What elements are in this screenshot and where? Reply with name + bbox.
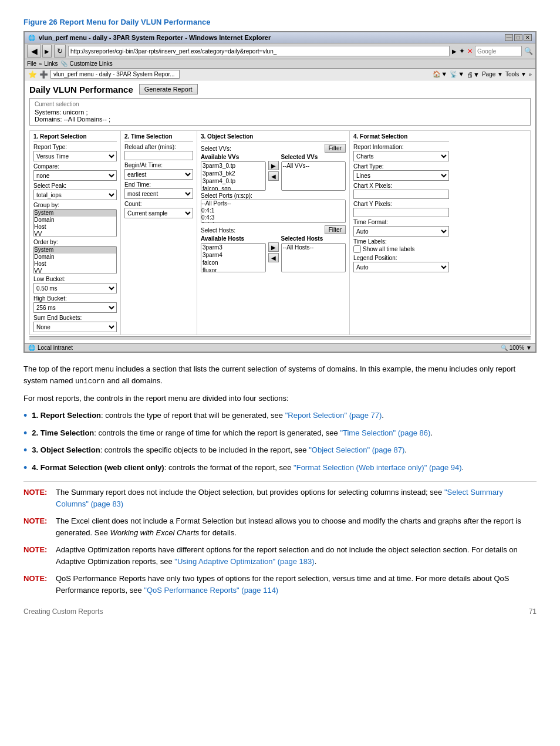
list-item-time-selection-text: 2. Time Selection: controls the time or … bbox=[32, 427, 433, 439]
note-row-4: NOTE: QoS Performance Reports have only … bbox=[23, 573, 537, 596]
high-bucket-select[interactable]: 256 ms bbox=[33, 302, 117, 313]
list-item-object-selection-text: 3. Object Selection: controls the specif… bbox=[32, 444, 407, 456]
selected-vvs-listbox[interactable]: --All VVs-- bbox=[281, 161, 346, 191]
reload-after-input[interactable] bbox=[124, 151, 193, 160]
low-bucket-label: Low Bucket: bbox=[33, 276, 117, 282]
transfer-vvs-right-button[interactable]: ▶ bbox=[268, 161, 279, 170]
select-summary-columns-link[interactable]: "Select Summary Columns" (page 83) bbox=[56, 488, 503, 508]
generate-report-button[interactable]: Generate Report bbox=[139, 84, 198, 94]
report-selection-title: 1. Report Selection bbox=[33, 133, 117, 141]
refresh-button[interactable]: ↻ bbox=[54, 45, 66, 58]
format-selection-link[interactable]: "Format Selection (Web interface only)" … bbox=[294, 463, 461, 472]
current-selection-label: Current selection bbox=[35, 101, 525, 107]
note-text-3: Adaptive Optimization reports have diffe… bbox=[56, 544, 537, 567]
note-label-3: NOTE: bbox=[23, 544, 50, 556]
sum-end-buckets-select[interactable]: None bbox=[33, 322, 117, 332]
filter-hosts-button[interactable]: Filter bbox=[325, 225, 346, 234]
feeds-icon[interactable]: 📡▼ bbox=[450, 70, 464, 78]
customize-links[interactable]: Customize Links bbox=[70, 60, 113, 67]
add-favorites-toolbar-icon[interactable]: ➕ bbox=[39, 70, 48, 79]
list-item-format-selection-text: 4. Format Selection (web client only): c… bbox=[32, 462, 464, 474]
available-hosts-listbox[interactable]: 3parm3 3parm4 falcon fluxor bbox=[201, 243, 266, 272]
note-label-4: NOTE: bbox=[23, 573, 50, 585]
hosts-transfer: Available Hosts 3parm3 3parm4 falcon flu… bbox=[201, 235, 346, 272]
time-selection-link[interactable]: "Time Selection" (page 86) bbox=[340, 428, 430, 437]
chart-type-select[interactable]: Lines bbox=[353, 170, 449, 181]
list-item-time-selection: • 2. Time Selection: controls the time o… bbox=[23, 427, 537, 440]
note-block-4: NOTE: QoS Performance Reports have only … bbox=[23, 573, 537, 596]
count-select[interactable]: Current sample bbox=[124, 208, 193, 218]
unicorn-mono: unicorn bbox=[75, 377, 104, 386]
domains-label: Domains: bbox=[35, 116, 62, 123]
address-input[interactable] bbox=[68, 46, 450, 56]
end-time-select[interactable]: most recent bbox=[124, 188, 193, 199]
note-text-4: QoS Performance Reports have only two ty… bbox=[56, 573, 537, 596]
go-button[interactable]: ▶ bbox=[452, 48, 457, 55]
available-vvs-listbox[interactable]: 3parm3_0.tp 3parm3_bk2 3parm4_0.tp falco… bbox=[201, 161, 266, 191]
select-ports-label: Select Ports (n:s:p): bbox=[201, 193, 346, 199]
statusbar-left: 🌐 Local intranet bbox=[28, 345, 73, 351]
search-icon[interactable]: 🔍 bbox=[524, 47, 533, 55]
chart-x-pixels-label: Chart X Pixels: bbox=[353, 183, 449, 189]
body-paragraph-1: The top of the report menu includes a se… bbox=[23, 363, 537, 387]
add-favorites-icon[interactable]: ✦ bbox=[459, 47, 465, 55]
note-block-3: NOTE: Adaptive Optimization reports have… bbox=[23, 544, 537, 567]
end-time-label: End Time: bbox=[124, 181, 193, 188]
vvs-transfer: Available VVs 3parm3_0.tp 3parm3_bk2 3pa… bbox=[201, 154, 346, 191]
select-vvs-label: Select VVs: bbox=[201, 146, 231, 152]
chart-x-pixels-input[interactable] bbox=[353, 190, 449, 199]
selected-vvs-label: Selected VVs bbox=[281, 154, 346, 160]
favorites-icon[interactable]: ⭐ bbox=[28, 70, 37, 79]
transfer-hosts-right-button[interactable]: ▶ bbox=[268, 242, 279, 252]
report-info-select[interactable]: Charts bbox=[353, 151, 449, 161]
back-button[interactable]: ◀ bbox=[27, 45, 41, 58]
low-bucket-select[interactable]: 0.50 ms bbox=[33, 283, 117, 293]
home-icon[interactable]: 🏠▼ bbox=[433, 70, 447, 78]
stop-button[interactable]: ✕ bbox=[467, 48, 473, 55]
adaptive-optimization-link[interactable]: "Using Adaptive Optimization" (page 183) bbox=[174, 557, 314, 566]
time-format-select[interactable]: Auto bbox=[353, 226, 449, 237]
transfer-vvs-left-button[interactable]: ◀ bbox=[268, 171, 279, 181]
high-bucket-label: High Bucket: bbox=[33, 295, 117, 302]
object-selection-link[interactable]: "Object Selection" (page 87) bbox=[309, 445, 404, 454]
compare-select[interactable]: none bbox=[33, 170, 117, 181]
report-type-select[interactable]: Versus Time bbox=[33, 151, 117, 161]
begin-at-time-select[interactable]: earliest bbox=[124, 169, 193, 180]
forward-button[interactable]: ▶ bbox=[42, 45, 52, 58]
order-by-listbox[interactable]: System Domain Host VV bbox=[33, 246, 117, 274]
search-input[interactable] bbox=[475, 46, 522, 56]
links-menu[interactable]: Links bbox=[44, 60, 58, 67]
note-label-1: NOTE: bbox=[23, 487, 50, 498]
transfer-hosts-left-button[interactable]: ◀ bbox=[268, 253, 279, 262]
begin-at-time-label: Begin/At Time: bbox=[124, 162, 193, 168]
selected-hosts-listbox[interactable]: --All Hosts-- bbox=[281, 243, 346, 272]
select-peak-select[interactable]: total_iops bbox=[33, 190, 117, 200]
legend-position-select[interactable]: Auto bbox=[353, 262, 449, 272]
show-all-time-labels-checkbox[interactable] bbox=[353, 245, 361, 253]
report-selection-link[interactable]: "Report Selection" (page 77) bbox=[285, 411, 382, 420]
tools-menu[interactable]: Tools ▼ bbox=[505, 71, 527, 77]
note-text-2: The Excel client does not include a Form… bbox=[56, 515, 537, 538]
qos-performance-reports-link[interactable]: "QoS Performance Reports" (page 114) bbox=[144, 586, 278, 595]
group-by-listbox[interactable]: System Domain Host VV bbox=[33, 209, 117, 237]
body-paragraph-2: For most reports, the controls in the re… bbox=[23, 393, 537, 404]
close-button[interactable]: ✕ bbox=[524, 34, 532, 41]
file-menu[interactable]: File bbox=[27, 60, 36, 67]
select-hosts-label: Select Hosts: bbox=[201, 227, 235, 234]
available-hosts-col: Available Hosts 3parm3 3parm4 falcon flu… bbox=[201, 235, 266, 272]
page-menu[interactable]: Page ▼ bbox=[482, 71, 503, 77]
minimize-button[interactable]: — bbox=[505, 34, 513, 41]
restore-button[interactable]: □ bbox=[514, 34, 522, 41]
domains-line: Domains: --All Domains-- ; bbox=[35, 116, 525, 123]
print-icon[interactable]: 🖨▼ bbox=[467, 71, 480, 78]
ports-listbox[interactable]: --All Ports-- 0:4:1 0:4:3 0:4:4 bbox=[201, 200, 346, 223]
horizontal-scrollbar[interactable] bbox=[29, 336, 531, 340]
filter-vvs-button[interactable]: Filter bbox=[325, 144, 346, 153]
chart-y-pixels-input[interactable] bbox=[353, 208, 449, 217]
note-row-3: NOTE: Adaptive Optimization reports have… bbox=[23, 544, 537, 567]
divider-1 bbox=[23, 481, 537, 482]
browser-title-text: vlun_perf menu - daily - 3PAR System Rep… bbox=[39, 34, 271, 41]
object-selection-section: 3. Object Selection Select VVs: Filter A… bbox=[197, 131, 350, 335]
domains-value: --All Domains-- ; bbox=[64, 116, 110, 123]
page-header: Daily VLUN Performance Generate Report bbox=[29, 84, 531, 94]
